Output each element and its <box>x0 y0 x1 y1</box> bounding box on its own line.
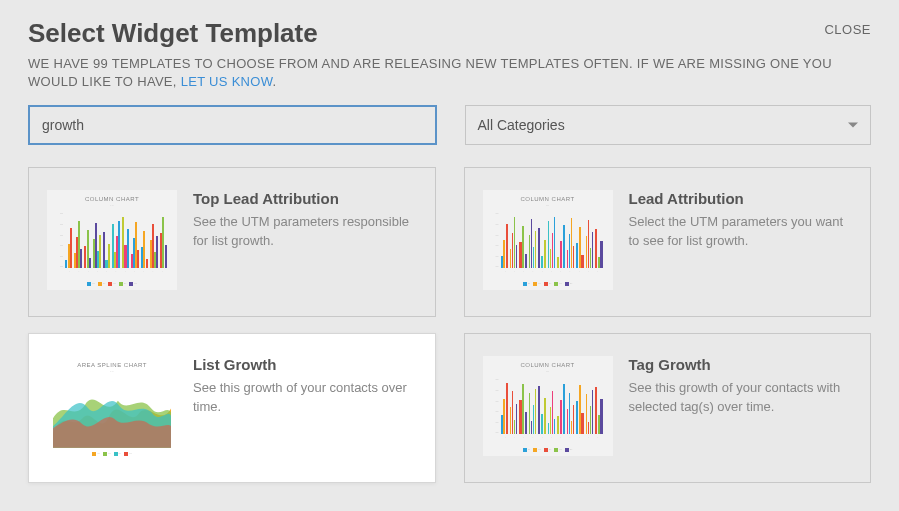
column-chart-icon: ——————··········· <box>489 211 607 278</box>
thumbnail-label: COLUMN CHART <box>53 196 171 202</box>
template-card-body: Tag GrowthSee this growth of your contac… <box>629 356 853 460</box>
template-title: List Growth <box>193 356 417 373</box>
dialog-title: Select Widget Template <box>28 18 871 49</box>
template-description: Select the UTM parameters you want to se… <box>629 213 853 249</box>
template-thumbnail: AREA SPLINE CHART··············· <box>47 356 177 456</box>
subtitle-period: . <box>273 74 277 89</box>
thumbnail-legend: ············ <box>53 452 171 456</box>
template-description: See the UTM parameters responsible for l… <box>193 213 417 249</box>
template-description: See this growth of your contacts with se… <box>629 379 853 415</box>
category-select[interactable]: All Categories <box>465 105 872 145</box>
chevron-down-icon <box>848 123 858 128</box>
area-chart-icon <box>53 377 171 450</box>
let-us-know-link[interactable]: LET US KNOW <box>181 74 273 89</box>
template-thumbnail: COLUMN CHART···——————···················… <box>483 190 613 290</box>
template-card[interactable]: COLUMN CHART···——————···················… <box>464 333 872 483</box>
template-description: See this growth of your contacts over ti… <box>193 379 417 415</box>
thumbnail-label: COLUMN CHART <box>489 196 607 202</box>
subtitle-text: WE HAVE 99 TEMPLATES TO CHOOSE FROM AND … <box>28 56 832 89</box>
thumbnail-label: AREA SPLINE CHART <box>53 362 171 368</box>
column-chart-icon: ——————··········· <box>489 377 607 444</box>
search-input[interactable] <box>28 105 437 145</box>
template-card-body: Top Lead AttributionSee the UTM paramete… <box>193 190 417 294</box>
controls-row: All Categories <box>28 105 871 145</box>
template-title: Tag Growth <box>629 356 853 373</box>
thumbnail-sublabel: ··· <box>53 369 171 374</box>
template-card-body: List GrowthSee this growth of your conta… <box>193 356 417 460</box>
category-selected-label: All Categories <box>478 117 565 133</box>
widget-template-dialog: CLOSE Select Widget Template WE HAVE 99 … <box>0 0 899 501</box>
template-grid: COLUMN CHART···——————···················… <box>28 167 871 483</box>
close-button[interactable]: CLOSE <box>824 22 871 37</box>
template-thumbnail: COLUMN CHART···——————···················… <box>483 356 613 456</box>
thumbnail-label: COLUMN CHART <box>489 362 607 368</box>
template-thumbnail: COLUMN CHART···——————···················… <box>47 190 177 290</box>
template-card[interactable]: AREA SPLINE CHART···············List Gro… <box>28 333 436 483</box>
dialog-subtitle: WE HAVE 99 TEMPLATES TO CHOOSE FROM AND … <box>28 55 871 91</box>
thumbnail-legend: ··············· <box>489 446 607 454</box>
thumbnail-sublabel: ··· <box>489 203 607 208</box>
thumbnail-sublabel: ··· <box>53 203 171 208</box>
template-title: Top Lead Attribution <box>193 190 417 207</box>
column-chart-icon: ——————··········· <box>53 211 171 278</box>
thumbnail-sublabel: ··· <box>489 369 607 374</box>
thumbnail-legend: ··············· <box>53 280 171 288</box>
thumbnail-legend: ··············· <box>489 280 607 288</box>
template-card[interactable]: COLUMN CHART···——————···················… <box>464 167 872 317</box>
template-card-body: Lead AttributionSelect the UTM parameter… <box>629 190 853 294</box>
template-card[interactable]: COLUMN CHART···——————···················… <box>28 167 436 317</box>
template-title: Lead Attribution <box>629 190 853 207</box>
